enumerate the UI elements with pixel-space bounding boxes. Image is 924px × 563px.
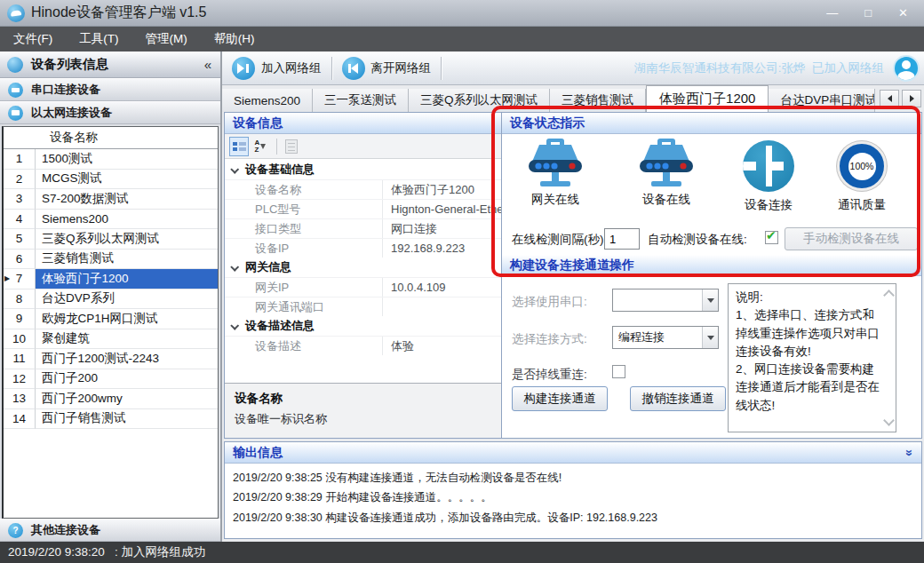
plug-connect-icon [743,140,794,192]
tab-siemens200[interactable]: Siemens200 [222,89,313,112]
connection-mode-label: 选择连接方式: [512,331,587,347]
section-other-devices[interactable]: ? 其他连接设备 [0,519,220,542]
table-row[interactable]: 13西门子200wmy [4,389,218,409]
gateway-online-label: 网关在线 [531,192,579,208]
tab-scroll-left-button[interactable] [880,90,899,107]
device-name-column-header: 设备名称 [50,130,98,146]
dropdown-button[interactable] [702,289,718,311]
title-bar: Hinode设备管理客户端 v1.5 — □ ✕ [0,0,924,27]
device-table: 设备名称 11500测试 2MCGS测试 3S7-200数据测试 4Siemen… [2,126,219,519]
output-message: 2019/2/20 9:38:29 开始构建设备连接通道。。。。。 [233,488,913,507]
row-number: 13 [4,389,36,409]
scroll-up-icon[interactable] [883,289,895,301]
output-title: 输出信息 [233,445,283,461]
device-status-panel: 设备状态指示 网关在线 [501,112,922,439]
section-serial-label: 串口连接设备 [31,82,100,98]
table-row[interactable]: 6三菱销售测试 [4,250,218,270]
menu-manage[interactable]: 管理(M) [132,27,201,52]
category-gateway-info[interactable]: 网关信息 [225,258,501,277]
user-info: 湖南华辰智通科技有限公司:张烨 已加入网络组 [634,55,924,82]
table-row[interactable]: 11500测试 [4,149,218,170]
category-device-basic-info[interactable]: 设备基础信息 [225,160,501,179]
section-serial-devices[interactable]: 串口连接设备 [0,78,220,101]
tab-sany-pump-test[interactable]: 三一泵送测试 [313,89,409,112]
note-line: 1、选择串口、连接方式和掉线重连操作选项只对串口连接设备有效! [736,306,881,361]
tab-scroll-right-button[interactable] [902,90,921,107]
row-number: 11 [4,349,36,369]
dropdown-button[interactable] [702,327,718,348]
menu-file[interactable]: 文件(F) [0,27,66,52]
property-row[interactable]: 设备名称体验西门子1200 [225,179,501,199]
manual-detect-button[interactable]: 手动检测设备在线 [785,227,918,250]
tab-mitsubishi-q-ethernet-test[interactable]: 三菱Q系列以太网测试 [409,89,550,112]
menu-tools[interactable]: 工具(T) [66,27,131,52]
device-name-cell: 欧姆龙CP1H网口测试 [36,309,218,329]
join-network-button[interactable]: 加入网络组 [222,52,331,84]
output-header: 输出信息 » [225,442,921,464]
table-row[interactable]: 4Siemens200 [4,210,218,230]
user-info-text: 湖南华辰智通科技有限公司:张烨 已加入网络组 [634,60,884,76]
app-window: Hinode设备管理客户端 v1.5 — □ ✕ 文件(F) 工具(T) 管理(… [0,0,924,563]
instructions-box: 说明: 1、选择串口、连接方式和掉线重连操作选项只对串口连接设备有效! 2、网口… [728,283,896,432]
property-row[interactable]: PLC型号Hignton-General-Ethern [225,199,501,218]
property-row[interactable]: 设备描述体验 [225,336,501,355]
leave-network-button[interactable]: 离开网络组 [332,52,442,84]
row-number: 8 [4,289,36,310]
device-list-title: 设备列表信息 [31,56,108,73]
tab-siemens1200-active[interactable]: 体验西门子1200 [646,85,769,112]
categorized-view-button[interactable] [229,137,249,156]
table-row[interactable]: 8台达DVP系列 [4,289,218,310]
scroll-down-icon[interactable] [883,415,895,426]
output-collapse-icon[interactable]: » [904,449,916,456]
device-name-cell: 1500测试 [36,149,218,170]
device-name-cell: 西门子200wmy [36,389,218,409]
property-pages-button[interactable] [282,137,301,156]
revoke-channel-button[interactable]: 撤销连接通道 [630,386,726,411]
table-row[interactable]: 2MCGS测试 [4,170,218,190]
maximize-button[interactable]: □ [864,7,872,19]
row-number: 10 [4,329,36,350]
table-row[interactable]: 14西门子销售测试 [4,409,218,430]
leave-network-icon [342,57,365,80]
build-channel-button[interactable]: 构建连接通道 [512,386,608,411]
section-ethernet-devices[interactable]: 以太网连接设备 [0,101,220,124]
serial-port-select[interactable] [612,289,719,312]
interval-input[interactable] [604,228,640,250]
table-row[interactable]: 9欧姆龙CP1H网口测试 [4,309,218,329]
table-row[interactable]: 10聚创建筑 [4,329,218,350]
minimize-button[interactable]: — [826,7,838,19]
table-row[interactable]: 12西门子200 [4,369,218,390]
note-line: 2、网口连接设备需要构建连接通道后才能看到是否在线状态! [736,361,881,415]
close-button[interactable]: ✕ [898,7,908,19]
status-text: 2019/2/20 9:38:20 : 加入网络组成功 [8,544,205,560]
scroll-right-icon [910,95,914,102]
sort-alphabetical-button[interactable]: AZ [251,137,270,156]
table-row-selected[interactable]: ▶ 7 体验西门子1200 [4,269,218,289]
table-row[interactable]: 5三菱Q系列以太网测试 [4,229,218,250]
row-number: 3 [4,189,36,210]
device-name-cell: 三菱销售测试 [36,250,218,270]
device-name-cell: Siemens200 [36,210,218,230]
collapse-category-icon [230,321,239,329]
tab-delta-dvp-serial-test[interactable]: 台达DVP串口测试 [769,89,875,112]
category-device-description-info[interactable]: 设备描述信息 [225,316,501,336]
menu-help[interactable]: 帮助(H) [201,27,268,52]
status-bar: 2019/2/20 9:38:20 : 加入网络组成功 [0,542,924,563]
sidebar-collapse-button[interactable]: « [203,58,213,71]
section-ethernet-label: 以太网连接设备 [31,105,112,121]
device-list-sidebar: 设备列表信息 « 串口连接设备 以太网连接设备 设备名称 11500测试 2MC… [0,52,222,542]
chevron-down-icon [707,336,714,340]
property-row[interactable]: 设备IP192.168.9.223 [225,238,501,258]
table-row[interactable]: 3S7-200数据测试 [4,189,218,210]
property-row[interactable]: 接口类型网口连接 [225,218,501,238]
connection-mode-select[interactable]: 编程连接 [612,326,719,349]
row-number: 4 [4,210,36,230]
device-connect-label: 设备连接 [745,197,793,213]
table-row[interactable]: 11西门子1200测试-2243 [4,349,218,369]
reconnect-checkbox[interactable] [612,365,625,378]
auto-detect-checkbox[interactable]: ✔ [765,231,778,244]
property-row[interactable]: 网关通讯端口 [225,297,501,316]
property-row[interactable]: 网关IP10.0.4.109 [225,277,501,297]
tab-mitsubishi-sales-test[interactable]: 三菱销售测试 [550,89,646,112]
section-other-label: 其他连接设备 [31,522,100,538]
